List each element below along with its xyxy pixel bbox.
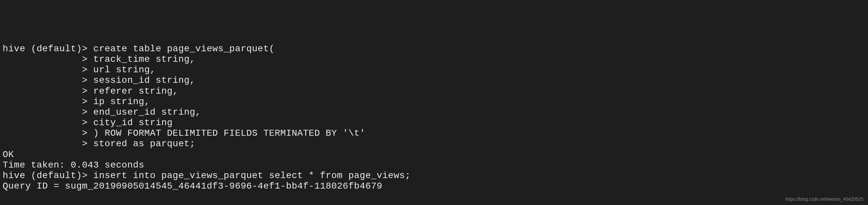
terminal-line: > referer string,	[3, 86, 865, 97]
terminal-line: > ip string,	[3, 97, 865, 107]
terminal-line: hive (default)> insert into page_views_p…	[3, 171, 865, 181]
terminal-line: hive (default)> create table page_views_…	[3, 44, 865, 54]
terminal-line: > ) ROW FORMAT DELIMITED FIELDS TERMINAT…	[3, 128, 865, 139]
terminal-line: > url string,	[3, 65, 865, 75]
terminal-line: Time taken: 0.043 seconds	[3, 160, 865, 171]
terminal-line: OK	[3, 150, 865, 160]
terminal-line: > session_id string,	[3, 75, 865, 86]
terminal-line: > stored as parquet;	[3, 139, 865, 149]
terminal-line: > end_user_id string,	[3, 107, 865, 118]
terminal-line: > city_id string	[3, 118, 865, 128]
terminal-line: Query ID = sugm_20190905014545_46441df3-…	[3, 181, 865, 191]
terminal-output[interactable]: hive (default)> create table page_views_…	[3, 44, 865, 192]
watermark-text: https://blog.csdn.net/weixin_40420525	[785, 197, 863, 202]
terminal-line: > track_time string,	[3, 54, 865, 65]
